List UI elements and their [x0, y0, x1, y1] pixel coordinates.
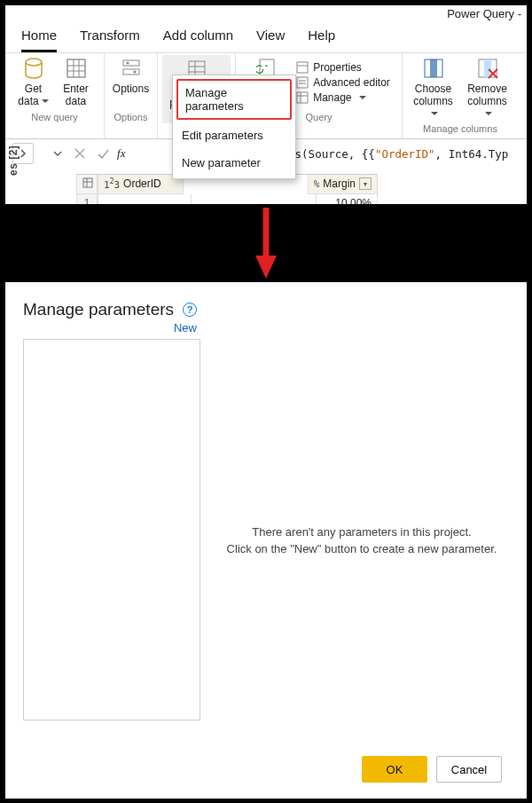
svg-rect-27 [484, 59, 491, 77]
ribbon-group-options: Options Options [105, 53, 158, 138]
choose-columns-button[interactable]: Choosecolumns [408, 55, 458, 122]
dropdown-edit-parameters[interactable]: Edit parameters [173, 122, 295, 149]
svg-point-0 [26, 59, 42, 66]
parameter-list-panel [23, 339, 200, 720]
ok-button[interactable]: OK [362, 756, 427, 783]
formula-suffix: , Int64.Typ [435, 147, 509, 161]
remove-l2: columns [467, 95, 507, 107]
dropdown-new-parameter[interactable]: New parameter [173, 149, 295, 177]
group-caption-managecols: Manage columns [423, 122, 497, 135]
svg-rect-16 [297, 62, 308, 73]
new-parameter-link[interactable]: New [174, 321, 197, 335]
get-data-button[interactable]: Getdata [14, 55, 53, 110]
fx-icon[interactable]: fx [117, 146, 125, 161]
svg-rect-6 [123, 60, 139, 66]
group-caption-new-query: New query [31, 110, 78, 123]
grid-icon [65, 57, 88, 82]
manage-parameters-dialog: Manage parameters ? New There aren't any… [4, 280, 528, 800]
svg-rect-32 [83, 178, 92, 187]
window-title: Power Query - [5, 5, 527, 20]
advanced-editor-icon [295, 75, 309, 89]
dropdown-manage-parameters[interactable]: Manage parameters [176, 79, 292, 120]
tab-help[interactable]: Help [308, 24, 335, 52]
empty-state-message: There aren't any parameters in this proj… [222, 339, 502, 742]
chevron-down-icon [356, 91, 366, 104]
properties-button[interactable]: Properties [293, 60, 392, 74]
manage-query-button[interactable]: Manage [293, 91, 392, 104]
dialog-footer: OK Cancel [23, 756, 502, 783]
cell-margin-1[interactable]: 10.00% [316, 194, 378, 206]
tab-view[interactable]: View [256, 24, 285, 52]
cancel-button[interactable]: Cancel [436, 756, 502, 783]
manage-label: Manage [313, 91, 351, 104]
annotation-arrow [0, 208, 532, 280]
svg-marker-15 [265, 65, 268, 67]
ribbon-group-manage-columns: Choosecolumns Removecolumns Manage colum… [403, 53, 518, 138]
enter-data-l2: data [66, 95, 86, 107]
group-caption-options: Options [114, 110, 148, 123]
choose-l2: columns [413, 95, 453, 107]
svg-rect-1 [67, 59, 85, 77]
formula-string: "OrderID" [375, 147, 435, 161]
cell-margin-value: 10.00% [335, 197, 372, 206]
cancel-icon[interactable] [71, 145, 89, 162]
get-data-l2: data [18, 95, 38, 107]
chevron-down-icon[interactable] [50, 149, 66, 158]
datatype-integer-icon: 123 [104, 177, 120, 191]
options-label: Options [113, 83, 149, 95]
column-orderid-name: OrderID [123, 177, 161, 190]
query-small-buttons: Properties Advanced editor Manage [293, 60, 392, 104]
checkmark-icon[interactable] [94, 145, 112, 162]
empty-line-1: There aren't any parameters in this proj… [252, 525, 471, 539]
table-icon[interactable] [76, 175, 98, 194]
help-icon[interactable]: ? [183, 303, 197, 317]
column-margin-name: Margin [323, 177, 356, 190]
enter-data-button[interactable]: Enterdata [57, 55, 96, 110]
power-query-window: Power Query - Home Transform Add column … [4, 4, 528, 206]
datatype-percent-icon: % [314, 178, 320, 190]
manage-icon [295, 91, 309, 104]
manage-parameters-dropdown: Manage parameters Edit parameters New pa… [172, 75, 296, 179]
svg-rect-7 [123, 69, 139, 75]
remove-columns-button[interactable]: Removecolumns [462, 55, 512, 122]
column-filter-icon[interactable]: ▾ [359, 177, 372, 190]
ribbon-tabs: Home Transform Add column View Help [5, 20, 527, 52]
tab-add-column[interactable]: Add column [163, 24, 233, 52]
group-caption-query: Query [306, 110, 332, 123]
choose-l1: Choose [415, 83, 451, 95]
remove-l1: Remove [467, 83, 507, 95]
advanced-editor-button[interactable]: Advanced editor [293, 75, 392, 89]
tab-home[interactable]: Home [21, 24, 57, 52]
enter-data-l1: Enter [63, 83, 89, 95]
advanced-editor-label: Advanced editor [313, 76, 390, 89]
cell-orderid-1[interactable] [98, 194, 192, 206]
properties-label: Properties [313, 61, 362, 74]
get-data-l1: Get [25, 83, 42, 95]
properties-icon [295, 60, 309, 74]
svg-rect-18 [297, 77, 308, 88]
dialog-title: Manage parameters [23, 300, 174, 319]
options-button[interactable]: Options [109, 55, 153, 110]
svg-marker-36 [255, 256, 277, 279]
remove-columns-icon [476, 57, 499, 82]
row-number-1[interactable]: 1 [76, 194, 98, 206]
queries-sidebar-label[interactable]: es [2] [7, 146, 20, 176]
svg-point-8 [126, 61, 129, 64]
options-icon [120, 57, 143, 82]
column-orderid-header[interactable]: 123 OrderID [98, 175, 184, 194]
svg-rect-21 [297, 92, 308, 103]
choose-columns-icon [422, 57, 445, 82]
column-margin-header[interactable]: % Margin ▾ [308, 175, 378, 194]
svg-point-9 [133, 70, 136, 73]
empty-line-2: Click on the "New" button to create a ne… [227, 542, 497, 555]
svg-rect-25 [430, 59, 437, 77]
ribbon-group-new-query: Getdata Enterdata New query [5, 53, 105, 138]
database-icon [22, 57, 45, 82]
tab-transform[interactable]: Transform [80, 24, 140, 52]
